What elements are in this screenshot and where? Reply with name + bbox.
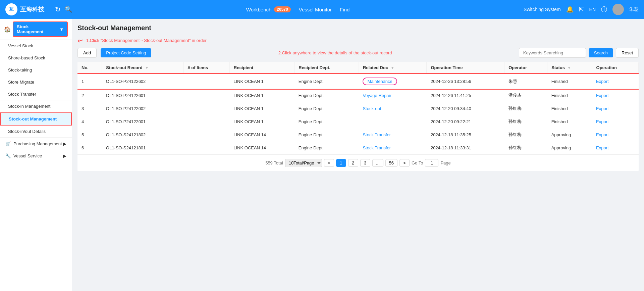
- cell-operation-time: 2024-12-18 11:33:31: [427, 141, 504, 154]
- cell-operation[interactable]: Export: [592, 74, 638, 89]
- cell-status: Finished: [547, 74, 592, 89]
- add-button[interactable]: Add: [77, 48, 97, 58]
- search-area: Search Reset: [519, 48, 639, 58]
- purchasing-label: Purchasing Management: [13, 141, 62, 146]
- cell-operation[interactable]: Export: [592, 89, 638, 102]
- sidebar-item-vessel-stock[interactable]: Vessel Stock: [0, 40, 72, 52]
- nav-center: Workbench 20570 Vessel Monitor Find: [77, 6, 518, 12]
- export-link[interactable]: Export: [596, 119, 609, 124]
- vessel-monitor-nav[interactable]: Vessel Monitor: [299, 7, 332, 12]
- cell-operation[interactable]: Export: [592, 128, 638, 141]
- cell-related-doc[interactable]: [359, 115, 427, 128]
- table-row[interactable]: 2OL1-SO-P24122601LINK OCEAN 1Engine Dept…: [77, 89, 639, 102]
- total-count: 559 Total: [265, 160, 283, 165]
- expand-icon[interactable]: ⇱: [579, 6, 584, 13]
- table-row[interactable]: 1OL1-SO-P24122602LINK OCEAN 1Engine Dept…: [77, 74, 639, 89]
- sidebar-item-shore-based-stock[interactable]: Shore-based Stock: [0, 52, 72, 64]
- page-3-button[interactable]: 3: [360, 159, 370, 167]
- nav-left-icons: ↻ 🔍: [55, 5, 72, 13]
- sidebar-item-stock-out-management[interactable]: Stock-out Management: [0, 112, 72, 126]
- export-link[interactable]: Export: [596, 93, 609, 98]
- cell-recipient: LINK OCEAN 14: [229, 141, 294, 154]
- chevron-right-icon-2: ▶: [63, 153, 66, 158]
- annotation-step1-text: 1.Click "Stock Management→Stock-out Mana…: [86, 38, 207, 43]
- prev-page-button[interactable]: <: [324, 159, 334, 167]
- sidebar-item-stock-in-management[interactable]: Stock-in Management: [0, 100, 72, 112]
- home-icon[interactable]: 🏠: [4, 26, 11, 33]
- app-name: 互海科技: [20, 5, 44, 13]
- back-icon[interactable]: ↻: [55, 5, 61, 13]
- page-ellipsis: ...: [372, 159, 383, 167]
- sidebar-section-purchasing[interactable]: 🛒 Purchasing Management ▶: [0, 138, 72, 150]
- search-button[interactable]: Search: [589, 48, 613, 57]
- col-operator: Operator: [504, 62, 547, 74]
- cell-status: Finished: [547, 102, 592, 115]
- export-link[interactable]: Export: [596, 79, 609, 84]
- search-icon[interactable]: 🔍: [65, 6, 72, 13]
- cell-operation[interactable]: Export: [592, 115, 638, 128]
- col-recipient-dept: Recipient Dept.: [294, 62, 359, 74]
- sidebar-item-store-migrate[interactable]: Store Migrate: [0, 76, 72, 88]
- reset-button[interactable]: Reset: [616, 48, 639, 58]
- cell-related-doc[interactable]: Stock Transfer: [359, 128, 427, 141]
- page-1-button[interactable]: 1: [336, 159, 346, 167]
- chevron-right-icon: ▶: [63, 141, 66, 146]
- sidebar-section-vessel-service[interactable]: 🔧 Vessel Service ▶: [0, 150, 72, 162]
- avatar[interactable]: [612, 4, 624, 15]
- cell-num-items: [183, 102, 229, 115]
- cell-related-doc[interactable]: Maintenance: [359, 74, 427, 89]
- bell-icon[interactable]: 🔔: [566, 6, 574, 13]
- table-row[interactable]: 6OL1-SO-S24121801LINK OCEAN 14Engine Dep…: [77, 141, 639, 154]
- cell-num-items: [183, 89, 229, 102]
- cell-operation[interactable]: Export: [592, 102, 638, 115]
- cell-related-doc[interactable]: Stock-out: [359, 102, 427, 115]
- cell-record: OL1-SO-S24121801: [102, 141, 183, 154]
- sidebar-module-header[interactable]: Stock Management ▼: [13, 21, 68, 37]
- cell-status: Finished: [547, 115, 592, 128]
- page-title: Stock-out Management: [77, 24, 639, 32]
- filter-icon-record[interactable]: ▼: [145, 66, 149, 70]
- switching-system-nav[interactable]: Switching System: [524, 7, 560, 12]
- help-icon[interactable]: ⓘ: [601, 5, 607, 13]
- col-stock-out-record: Stock-out Record ▼: [102, 62, 183, 74]
- cell-record: OL1-SO-P24122002: [102, 102, 183, 115]
- sidebar-item-stock-transfer[interactable]: Stock Transfer: [0, 88, 72, 100]
- cell-operator: 孙红梅: [504, 115, 547, 128]
- cell-no: 6: [77, 141, 102, 154]
- search-input[interactable]: [519, 48, 586, 58]
- cell-operation[interactable]: Export: [592, 141, 638, 154]
- page-last-button[interactable]: 56: [385, 159, 397, 167]
- export-link[interactable]: Export: [596, 145, 609, 150]
- table-row[interactable]: 3OL1-SO-P24122002LINK OCEAN 1Engine Dept…: [77, 102, 639, 115]
- cell-related-doc[interactable]: Voyage Repair: [359, 89, 427, 102]
- find-nav[interactable]: Find: [340, 7, 350, 12]
- sidebar-items-list: Vessel Stock Shore-based Stock Stock-tak…: [0, 40, 72, 138]
- col-recipient: Recipient: [229, 62, 294, 74]
- cell-record: OL1-SO-S24121802: [102, 128, 183, 141]
- per-page-select[interactable]: 10Total/Page 20Total/Page 50Total/Page: [285, 159, 322, 167]
- lang-selector[interactable]: EN: [589, 7, 596, 12]
- table-row[interactable]: 5OL1-SO-S24121802LINK OCEAN 14Engine Dep…: [77, 128, 639, 141]
- sidebar-item-stock-taking[interactable]: Stock-taking: [0, 64, 72, 76]
- next-page-button[interactable]: >: [399, 159, 410, 167]
- cell-operator: 孙红梅: [504, 128, 547, 141]
- sidebar-home-row: 🏠 Stock Management ▼: [0, 19, 72, 40]
- cell-status: Approving: [547, 128, 592, 141]
- cell-status: Finished: [547, 89, 592, 102]
- cell-record: OL1-SO-P24122001: [102, 115, 183, 128]
- workbench-nav[interactable]: Workbench 20570: [246, 6, 291, 12]
- sidebar-item-stock-inout-details[interactable]: Stock-in/out Details: [0, 126, 72, 138]
- cell-related-doc[interactable]: Stock Transfer: [359, 141, 427, 154]
- filter-icon-status[interactable]: ▼: [568, 66, 571, 70]
- cell-operator: 朱慧: [504, 74, 547, 89]
- filter-icon-related-doc[interactable]: ▼: [391, 66, 394, 70]
- logo-area[interactable]: 互 互海科技: [5, 3, 44, 15]
- export-link[interactable]: Export: [596, 132, 609, 137]
- export-link[interactable]: Export: [596, 106, 609, 111]
- table-row[interactable]: 4OL1-SO-P24122001LINK OCEAN 1Engine Dept…: [77, 115, 639, 128]
- page-2-button[interactable]: 2: [348, 159, 358, 167]
- goto-input[interactable]: [425, 159, 438, 167]
- cell-operation-time: 2024-12-26 11:41:25: [427, 89, 504, 102]
- project-code-setting-button[interactable]: Project Code Setting: [101, 48, 151, 57]
- cell-num-items: [183, 115, 229, 128]
